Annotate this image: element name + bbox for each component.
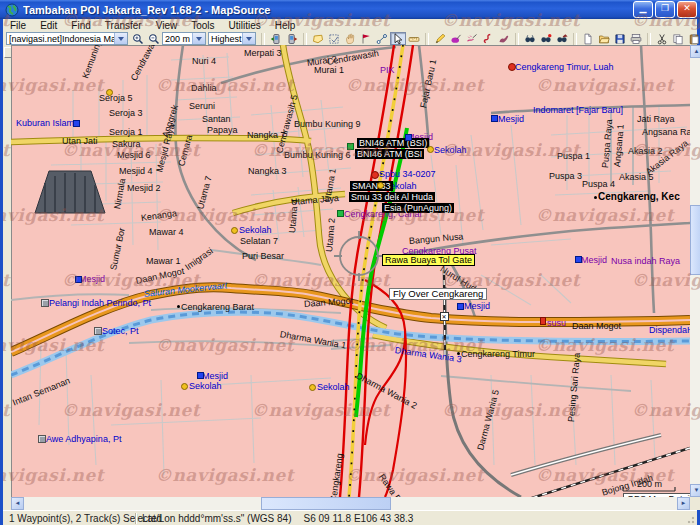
zoom-out-icon: [148, 33, 160, 45]
menu-file[interactable]: File: [3, 19, 33, 32]
edit-tracks-icon: [466, 33, 478, 45]
copy-button[interactable]: [670, 32, 686, 45]
find-nearest-button[interactable]: [538, 32, 554, 45]
map-label: susu: [547, 318, 566, 328]
menu-edit[interactable]: Edit: [33, 19, 64, 32]
vertical-scrollbar[interactable]: ▲ ▼: [690, 45, 700, 497]
map-label: Seroja 1: [109, 127, 143, 137]
vertical-scroll-thumb[interactable]: [690, 205, 700, 275]
map-viewport[interactable]: DahliaNuri 4SeruniSantanPapayaSeroja 5Se…: [11, 45, 690, 497]
scroll-up-button[interactable]: ▲: [690, 45, 700, 58]
lasso-tool-button[interactable]: [326, 32, 342, 45]
waypoint-label: SMAN 33: [350, 181, 393, 191]
divide-track-icon: [482, 33, 494, 45]
map-label: Mesjid: [498, 114, 524, 124]
edit-routes-button[interactable]: [448, 32, 464, 45]
menu-help[interactable]: Help: [268, 19, 303, 32]
map-label: Mesjid: [581, 255, 607, 265]
recently-found-button[interactable]: [554, 32, 570, 45]
measure-tool-button[interactable]: [406, 32, 422, 45]
route-tool-button[interactable]: [374, 32, 390, 45]
edit-tracks-button[interactable]: [464, 32, 480, 45]
poi-red-icon: [508, 63, 516, 71]
map-label: Angsana Raya: [642, 127, 690, 137]
poi-blk-icon: [177, 305, 180, 308]
poi-rx-icon: [440, 312, 449, 321]
poi-grn-icon: [347, 143, 354, 150]
map-label: Sekolah: [239, 225, 272, 235]
selection-tool-button[interactable]: [390, 32, 406, 45]
edit-waypoints-button[interactable]: [432, 32, 448, 45]
resize-grip[interactable]: [684, 513, 696, 525]
waypoint-label[interactable]: Rawa Buaya Tol Gate: [382, 254, 475, 266]
chevron-down-icon[interactable]: [242, 33, 255, 44]
poi-dot-icon: [427, 146, 434, 153]
map-label: Spbu 34-0207: [379, 169, 436, 179]
paste-icon: [688, 33, 700, 45]
poi-dot-icon: [309, 384, 316, 391]
scrollbar-corner: [690, 497, 700, 510]
minimize-button[interactable]: ▁: [633, 1, 653, 18]
waypoint-tool-button[interactable]: [358, 32, 374, 45]
scroll-down-button[interactable]: ▼: [690, 484, 700, 497]
find-places-button[interactable]: [522, 32, 538, 45]
horizontal-scrollbar[interactable]: ◄ ►: [11, 497, 690, 510]
map-label: Mawar 1: [146, 256, 181, 266]
map-label: Cengkareng Timur: [461, 349, 535, 359]
menu-tools[interactable]: Tools: [184, 19, 221, 32]
map-label: Merpati 3: [244, 48, 282, 58]
cut-button[interactable]: [654, 32, 670, 45]
receive-from-device-button[interactable]: [284, 32, 300, 45]
map-tool-button[interactable]: [310, 32, 326, 45]
print-button[interactable]: [628, 32, 644, 45]
zoom-in-button[interactable]: [130, 32, 146, 45]
product-select-value: [navigasi.net]Indonesia Map v1.68 NT (fr…: [7, 34, 114, 44]
map-label: Mesjid 2: [127, 183, 161, 193]
map-label: Indomaret [Fajar Baru]: [533, 105, 623, 115]
chevron-down-icon[interactable]: [192, 33, 205, 44]
close-button[interactable]: ✕: [677, 1, 697, 18]
map-label: Papaya: [207, 125, 238, 135]
chevron-down-icon[interactable]: [114, 33, 127, 44]
detail-select[interactable]: Highest: [208, 32, 256, 45]
follow-roads-button[interactable]: [496, 32, 512, 45]
menu-transfer[interactable]: Transfer: [98, 19, 149, 32]
horizontal-scroll-thumb[interactable]: [261, 497, 391, 510]
menu-find[interactable]: Find: [64, 19, 97, 32]
poi-sq-icon: [575, 256, 582, 263]
zoom-out-button[interactable]: [146, 32, 162, 45]
toolbar-separator: [573, 33, 577, 45]
menu-view[interactable]: View: [149, 19, 185, 32]
scale-select[interactable]: 200 m: [162, 32, 206, 45]
scroll-right-button[interactable]: ►: [677, 497, 690, 510]
pan-tool-button[interactable]: [342, 32, 358, 45]
status-position-format: Lat/Lon hddd°mm'ss.s" (WGS 84): [136, 513, 298, 524]
scroll-left-button[interactable]: ◄: [11, 497, 24, 510]
map-label: Mesjid 4: [119, 166, 153, 176]
save-button[interactable]: [612, 32, 628, 45]
edit-routes-icon: [450, 33, 462, 45]
map-label: Dahlia: [191, 83, 217, 93]
waypoint-label: Al Huda: [399, 192, 435, 202]
open-button[interactable]: [596, 32, 612, 45]
menu-bar: FileEditFindTransferViewToolsUtilitiesHe…: [3, 19, 697, 32]
cut-icon: [656, 33, 668, 45]
waypoint-tool-icon: [360, 33, 372, 45]
poi-sq-icon: [75, 276, 82, 283]
poi-sq-icon: [491, 115, 498, 122]
menu-utilities[interactable]: Utilities: [222, 19, 268, 32]
paste-button[interactable]: [686, 32, 700, 45]
zoom-in-icon: [132, 33, 144, 45]
map-label: Mesjid 6: [117, 150, 151, 160]
send-to-device-button[interactable]: [268, 32, 284, 45]
map-label: Kuburan Islam: [16, 118, 74, 128]
map-label: Nangka 7: [247, 130, 286, 140]
waypoint-label: Esia (PunAgung): [382, 203, 454, 213]
map-label: Bumbu Kuning 9: [294, 119, 361, 129]
new-button[interactable]: [580, 32, 596, 45]
divide-track-button[interactable]: [480, 32, 496, 45]
restore-button[interactable]: ❐: [655, 1, 675, 18]
poi-dot-icon: [231, 227, 238, 234]
product-select[interactable]: [navigasi.net]Indonesia Map v1.68 NT (fr…: [6, 32, 128, 45]
poi-sq-icon: [73, 120, 80, 127]
